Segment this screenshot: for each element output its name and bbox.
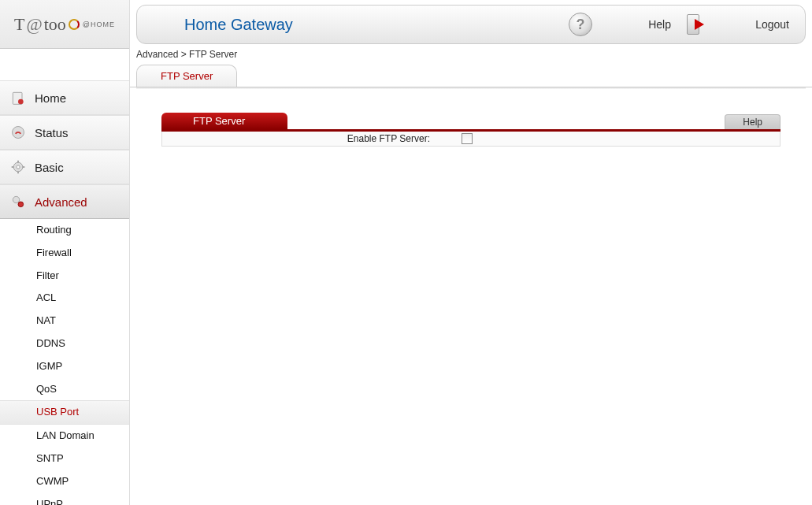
sidebar-subitem-lan-domain[interactable]: LAN Domain — [0, 425, 129, 447]
logout-icon — [687, 14, 710, 35]
sidebar-subitem-qos[interactable]: QoS — [0, 378, 129, 401]
help-button[interactable]: ? Help — [569, 13, 671, 36]
logo-text-prefix: T — [14, 14, 24, 35]
enable-ftp-checkbox[interactable] — [462, 133, 473, 144]
sidebar-item-label: Advanced — [35, 195, 87, 209]
logout-button[interactable]: Logout — [687, 14, 789, 35]
content-panel: FTP Server Help Enable FTP Server: — [130, 89, 812, 170]
tab-ftp-server[interactable]: FTP Server — [136, 65, 237, 87]
gear-icon — [9, 158, 27, 176]
sidebar-subitem-cwmp[interactable]: CWMP — [0, 470, 129, 493]
logo-swirl-icon — [69, 19, 80, 30]
sidebar-subitem-filter[interactable]: Filter — [0, 265, 129, 288]
logo-home-label: @HOME — [83, 20, 115, 28]
sidebar-item-basic[interactable]: Basic — [0, 150, 129, 184]
main-area: Home Gateway ? Help Logout Advanced > FT… — [130, 0, 812, 505]
sidebar-item-status[interactable]: Status — [0, 115, 129, 150]
sidebar-subitem-nat[interactable]: NAT — [0, 310, 129, 332]
svg-point-4 — [17, 165, 20, 169]
page-title: Home Gateway — [184, 16, 553, 34]
status-icon — [9, 124, 27, 141]
help-icon: ? — [569, 13, 592, 36]
svg-point-9 — [13, 196, 19, 202]
sidebar-subitem-usb-port[interactable]: USB Port — [0, 400, 129, 425]
sidebar-item-label: Basic — [35, 161, 64, 174]
home-icon — [9, 89, 27, 106]
enable-ftp-label: Enable FTP Server: — [170, 133, 430, 144]
logo-at: @ — [26, 14, 42, 35]
sidebar-item-home[interactable]: Home — [0, 80, 129, 115]
panel-title: FTP Server — [161, 113, 287, 129]
sidebar-subitem-firewall[interactable]: Firewall — [0, 242, 129, 265]
sidebar-item-advanced[interactable]: Advanced — [0, 184, 129, 219]
sidebar-subitem-ddns[interactable]: DDNS — [0, 332, 129, 355]
sidebar-subitem-upnp[interactable]: UPnP — [0, 493, 129, 505]
svg-point-1 — [18, 99, 24, 105]
svg-point-10 — [18, 202, 24, 207]
sidebar-item-label: Status — [35, 126, 69, 139]
logo-text-mid: too — [44, 14, 66, 35]
advanced-subitems: RoutingFirewallFilterACLNATDDNSIGMPQoSUS… — [0, 219, 129, 505]
gears-icon — [9, 193, 27, 210]
header-bar: Home Gateway ? Help Logout — [136, 5, 806, 44]
tab-row: FTP Server — [130, 65, 812, 87]
breadcrumb: Advanced > FTP Server — [130, 44, 812, 65]
sidebar: T@too@HOME Home Status Basic — [0, 0, 130, 505]
sidebar-subitem-acl[interactable]: ACL — [0, 287, 129, 310]
logo-area: T@too@HOME — [0, 0, 129, 49]
sidebar-subitem-igmp[interactable]: IGMP — [0, 355, 129, 378]
sidebar-subitem-sntp[interactable]: SNTP — [0, 447, 129, 470]
brand-logo: T@too@HOME — [14, 14, 115, 35]
help-label: Help — [600, 18, 671, 31]
sidebar-item-label: Home — [35, 91, 66, 105]
sidebar-subitem-routing[interactable]: Routing — [0, 219, 129, 242]
enable-ftp-row: Enable FTP Server: — [161, 132, 780, 147]
panel-help-button[interactable]: Help — [725, 114, 780, 129]
logout-label: Logout — [718, 18, 789, 31]
